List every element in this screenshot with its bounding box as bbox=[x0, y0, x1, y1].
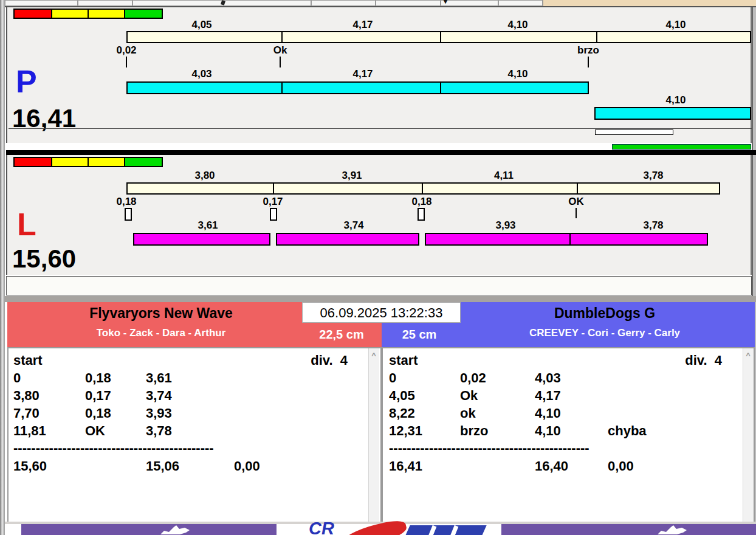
cell: 12,31 bbox=[389, 424, 422, 438]
left-window-edge bbox=[0, 0, 5, 535]
total-time: 15,60 bbox=[13, 460, 47, 473]
light-yellow bbox=[51, 9, 89, 19]
box-indicator-bar bbox=[595, 129, 673, 135]
cell: 3,74 bbox=[146, 389, 172, 402]
cell: 0,17 bbox=[85, 389, 111, 402]
dog-time: 4,10 bbox=[489, 68, 547, 80]
dog-bar-left bbox=[133, 233, 270, 246]
team-name-left: Flyvaryors New Wave bbox=[24, 305, 298, 322]
light-yellow bbox=[51, 157, 89, 167]
cell: 4,10 bbox=[535, 407, 561, 420]
results-panel-left bbox=[7, 347, 382, 524]
dog-bar-left bbox=[569, 233, 708, 246]
pass-mark: OK bbox=[547, 196, 605, 208]
total-clean: 16,40 bbox=[535, 460, 568, 473]
dog-bar-right-last bbox=[594, 107, 751, 120]
scroll-up-arrow[interactable]: ^ bbox=[743, 351, 754, 360]
scrollbar[interactable] bbox=[368, 348, 379, 523]
toolbar-button[interactable] bbox=[441, 0, 498, 6]
toolbar-button[interactable] bbox=[311, 0, 376, 6]
split-time: 4,17 bbox=[334, 19, 392, 31]
toolbar-button[interactable] bbox=[78, 0, 132, 6]
start-label: start bbox=[13, 354, 43, 367]
pass-tick bbox=[588, 57, 589, 67]
banner-purple-right bbox=[501, 524, 756, 535]
total-penalty: 0,00 bbox=[608, 460, 634, 473]
split-bar-right bbox=[126, 31, 751, 43]
split-time: 4,10 bbox=[647, 19, 705, 31]
cell: 4,10 bbox=[535, 424, 561, 438]
lane-total-right: 16,41 bbox=[12, 106, 76, 131]
pass-mark: 0,18 bbox=[97, 196, 156, 208]
dog-time: 3,61 bbox=[179, 219, 237, 232]
division-label: div. 4 bbox=[292, 354, 348, 367]
light-red bbox=[13, 9, 52, 19]
pass-tick bbox=[280, 57, 281, 67]
dog-time: 3,74 bbox=[325, 219, 383, 232]
split-time: 4,05 bbox=[173, 19, 231, 31]
cell: 4,17 bbox=[535, 389, 561, 402]
light-green bbox=[124, 9, 163, 19]
toolbar-button[interactable] bbox=[376, 0, 441, 6]
split-time: 3,78 bbox=[624, 170, 682, 182]
light-green bbox=[124, 157, 163, 167]
dog-bar-left bbox=[276, 233, 419, 246]
cell: chyba bbox=[608, 424, 647, 438]
cell: 3,61 bbox=[146, 371, 172, 385]
dog-time: 3,78 bbox=[624, 219, 682, 232]
cell: 0,18 bbox=[85, 371, 111, 385]
cell: 4,03 bbox=[535, 371, 561, 385]
pass-tick bbox=[126, 57, 127, 67]
scroll-up-arrow[interactable]: ^ bbox=[368, 351, 379, 360]
division-label: div. 4 bbox=[666, 354, 722, 367]
cell: 0,18 bbox=[85, 407, 111, 420]
cell: ok bbox=[460, 407, 476, 420]
separator-dashes: ----------------------------------------… bbox=[389, 441, 589, 455]
dog-time: 4,03 bbox=[173, 68, 231, 80]
cell: 7,70 bbox=[13, 407, 40, 420]
pass-mark: 0,18 bbox=[393, 196, 451, 208]
cell: 11,81 bbox=[13, 424, 46, 438]
cell: 0 bbox=[389, 371, 396, 385]
dog-silhouette-icon bbox=[159, 525, 191, 535]
toolbar-button[interactable] bbox=[5, 0, 78, 6]
start-lights-right bbox=[13, 9, 163, 19]
start-lights-left bbox=[13, 157, 163, 167]
dog-bar-right bbox=[126, 81, 589, 94]
cell: 8,22 bbox=[389, 407, 415, 420]
cell: brzo bbox=[460, 424, 488, 438]
jump-height-left: 22,5 cm bbox=[305, 328, 378, 342]
cell: Ok bbox=[460, 389, 478, 402]
scrollbar[interactable] bbox=[743, 348, 754, 523]
total-penalty: 0,00 bbox=[234, 460, 260, 473]
pass-mark: Ok bbox=[251, 44, 309, 57]
section-gap bbox=[5, 296, 756, 302]
box-change-indicator bbox=[418, 208, 425, 221]
dog-bar-left bbox=[425, 233, 571, 246]
total-clean: 15,06 bbox=[146, 460, 179, 473]
toolbar-button[interactable] bbox=[498, 0, 543, 6]
progress-bar-green bbox=[612, 144, 751, 150]
separator-dashes: ----------------------------------------… bbox=[13, 441, 214, 455]
toolbar-beige-strip bbox=[543, 0, 756, 6]
light-red bbox=[13, 157, 52, 167]
datetime-text: 06.09.2025 13:22:33 bbox=[303, 305, 460, 321]
dog-silhouette-icon bbox=[656, 525, 688, 535]
datetime-box: 06.09.2025 13:22:33 bbox=[302, 302, 461, 323]
split-time: 4,11 bbox=[475, 170, 533, 182]
cell: 0 bbox=[13, 371, 21, 385]
dog-time: 3,93 bbox=[476, 219, 535, 232]
total-time: 16,41 bbox=[389, 460, 422, 473]
dog-time: 4,10 bbox=[647, 94, 705, 106]
box-change-indicator bbox=[125, 208, 132, 221]
lane-letter-left: L bbox=[17, 209, 36, 240]
split-bar-left bbox=[126, 182, 720, 195]
lane-panel-left: 3,80 3,91 4,11 3,78 0,18 0,17 0,18 OK 3,… bbox=[6, 155, 752, 275]
panel-divider-line bbox=[9, 128, 752, 129]
pass-tick bbox=[576, 208, 577, 218]
lane-total-left: 15,60 bbox=[12, 246, 76, 272]
split-time: 4,10 bbox=[489, 19, 547, 31]
flyball-timing-app: ▾ 4,05 4,17 4,10 4,10 0,02 Ok brzo 4,03 … bbox=[0, 0, 756, 535]
chevron-down-icon[interactable]: ▾ bbox=[444, 0, 447, 5]
pass-mark: 0,02 bbox=[97, 44, 156, 57]
